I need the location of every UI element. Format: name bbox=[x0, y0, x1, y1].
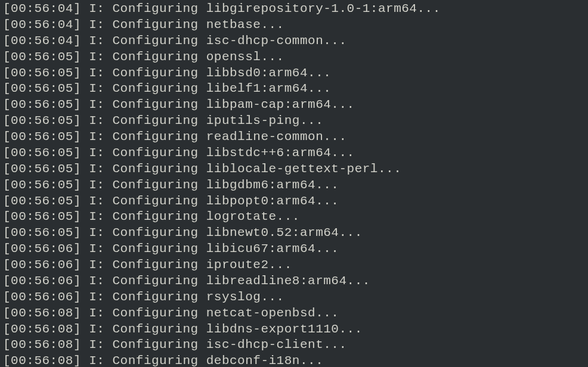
log-timestamp: [00:56:05] bbox=[3, 50, 81, 64]
log-level: I: bbox=[89, 82, 104, 95]
log-action: Configuring bbox=[112, 114, 198, 127]
log-level: I: bbox=[89, 338, 104, 352]
log-action: Configuring bbox=[112, 338, 198, 352]
log-action: Configuring bbox=[112, 162, 198, 176]
log-package: libbsd0:arm64... bbox=[206, 66, 332, 80]
log-timestamp: [00:56:06] bbox=[3, 274, 81, 288]
log-level: I: bbox=[89, 226, 104, 240]
log-package: libgdbm6:arm64... bbox=[206, 178, 339, 192]
log-package: netcat-openbsd... bbox=[206, 306, 339, 320]
log-timestamp: [00:56:08] bbox=[3, 338, 81, 352]
log-line: [00:56:08] I: Configuring isc-dhcp-clien… bbox=[3, 337, 585, 353]
log-level: I: bbox=[89, 354, 104, 367]
log-line: [00:56:06] I: Configuring iproute2... bbox=[3, 257, 585, 273]
log-action: Configuring bbox=[112, 178, 198, 192]
terminal-output: [00:56:04] I: Configuring libgirepositor… bbox=[3, 1, 585, 367]
log-line: [00:56:05] I: Configuring liblocale-gett… bbox=[3, 161, 585, 178]
log-package: logrotate... bbox=[206, 210, 300, 223]
log-action: Configuring bbox=[112, 354, 198, 367]
log-package: iputils-ping... bbox=[206, 114, 324, 127]
log-action: Configuring bbox=[112, 210, 198, 223]
log-timestamp: [00:56:05] bbox=[3, 146, 81, 160]
log-timestamp: [00:56:08] bbox=[3, 322, 81, 336]
log-line: [00:56:05] I: Configuring iputils-ping..… bbox=[3, 113, 585, 129]
log-action: Configuring bbox=[112, 194, 198, 208]
log-package: libreadline8:arm64... bbox=[206, 274, 370, 288]
log-timestamp: [00:56:05] bbox=[3, 178, 81, 192]
log-timestamp: [00:56:06] bbox=[3, 242, 81, 256]
log-action: Configuring bbox=[112, 226, 198, 240]
log-level: I: bbox=[89, 50, 104, 64]
log-timestamp: [00:56:05] bbox=[3, 114, 81, 127]
log-line: [00:56:04] I: Configuring libgirepositor… bbox=[3, 1, 585, 17]
log-package: isc-dhcp-common... bbox=[206, 34, 347, 48]
log-level: I: bbox=[89, 18, 104, 32]
log-line: [00:56:05] I: Configuring libstdc++6:arm… bbox=[3, 145, 585, 161]
log-package: libnewt0.52:arm64... bbox=[206, 226, 363, 240]
log-timestamp: [00:56:05] bbox=[3, 82, 81, 95]
log-line: [00:56:04] I: Configuring isc-dhcp-commo… bbox=[3, 33, 585, 49]
log-level: I: bbox=[89, 258, 104, 272]
log-package: openssl... bbox=[206, 50, 284, 64]
log-package: libgirepository-1.0-1:arm64... bbox=[206, 2, 441, 15]
log-line: [00:56:04] I: Configuring netbase... bbox=[3, 17, 585, 33]
log-timestamp: [00:56:05] bbox=[3, 210, 81, 223]
log-line: [00:56:05] I: Configuring libpopt0:arm64… bbox=[3, 194, 585, 210]
log-level: I: bbox=[89, 290, 104, 304]
log-package: libdns-export1110... bbox=[206, 322, 363, 336]
log-line: [00:56:06] I: Configuring libreadline8:a… bbox=[3, 273, 585, 290]
log-level: I: bbox=[89, 178, 104, 192]
log-level: I: bbox=[89, 146, 104, 160]
log-package: libelf1:arm64... bbox=[206, 82, 332, 95]
log-action: Configuring bbox=[112, 34, 198, 48]
log-action: Configuring bbox=[112, 290, 198, 304]
log-line: [00:56:06] I: Configuring libicu67:arm64… bbox=[3, 241, 585, 257]
log-timestamp: [00:56:08] bbox=[3, 354, 81, 367]
log-level: I: bbox=[89, 98, 104, 111]
log-line: [00:56:05] I: Configuring libbsd0:arm64.… bbox=[3, 66, 585, 82]
log-action: Configuring bbox=[112, 306, 198, 320]
log-level: I: bbox=[89, 274, 104, 288]
log-level: I: bbox=[89, 2, 104, 15]
log-line: [00:56:05] I: Configuring libgdbm6:arm64… bbox=[3, 178, 585, 194]
log-line: [00:56:05] I: Configuring libpam-cap:arm… bbox=[3, 97, 585, 113]
log-package: readline-common... bbox=[206, 130, 347, 144]
log-line: [00:56:05] I: Configuring readline-commo… bbox=[3, 129, 585, 145]
log-timestamp: [00:56:06] bbox=[3, 290, 81, 304]
log-level: I: bbox=[89, 242, 104, 256]
log-action: Configuring bbox=[112, 98, 198, 111]
log-package: rsyslog... bbox=[206, 290, 284, 304]
log-level: I: bbox=[89, 306, 104, 320]
log-level: I: bbox=[89, 194, 104, 208]
log-action: Configuring bbox=[112, 242, 198, 256]
log-action: Configuring bbox=[112, 322, 198, 336]
log-level: I: bbox=[89, 210, 104, 223]
log-package: netbase... bbox=[206, 18, 284, 32]
log-action: Configuring bbox=[112, 18, 198, 32]
log-package: libstdc++6:arm64... bbox=[206, 146, 355, 160]
log-level: I: bbox=[89, 130, 104, 144]
log-action: Configuring bbox=[112, 50, 198, 64]
log-line: [00:56:06] I: Configuring rsyslog... bbox=[3, 290, 585, 306]
log-level: I: bbox=[89, 34, 104, 48]
log-timestamp: [00:56:04] bbox=[3, 18, 81, 32]
log-package: iproute2... bbox=[206, 258, 292, 272]
log-timestamp: [00:56:05] bbox=[3, 226, 81, 240]
log-package: libpopt0:arm64... bbox=[206, 194, 339, 208]
log-level: I: bbox=[89, 66, 104, 80]
log-action: Configuring bbox=[112, 130, 198, 144]
log-action: Configuring bbox=[112, 146, 198, 160]
log-line: [00:56:05] I: Configuring logrotate... bbox=[3, 209, 585, 225]
log-package: libpam-cap:arm64... bbox=[206, 98, 355, 111]
log-package: libicu67:arm64... bbox=[206, 242, 339, 256]
log-level: I: bbox=[89, 162, 104, 176]
log-timestamp: [00:56:08] bbox=[3, 306, 81, 320]
log-line: [00:56:08] I: Configuring netcat-openbsd… bbox=[3, 306, 585, 322]
log-line: [00:56:05] I: Configuring openssl... bbox=[3, 49, 585, 66]
log-action: Configuring bbox=[112, 2, 198, 15]
log-timestamp: [00:56:05] bbox=[3, 162, 81, 176]
log-line: [00:56:05] I: Configuring libnewt0.52:ar… bbox=[3, 225, 585, 241]
log-level: I: bbox=[89, 322, 104, 336]
log-timestamp: [00:56:05] bbox=[3, 130, 81, 144]
log-timestamp: [00:56:04] bbox=[3, 2, 81, 15]
